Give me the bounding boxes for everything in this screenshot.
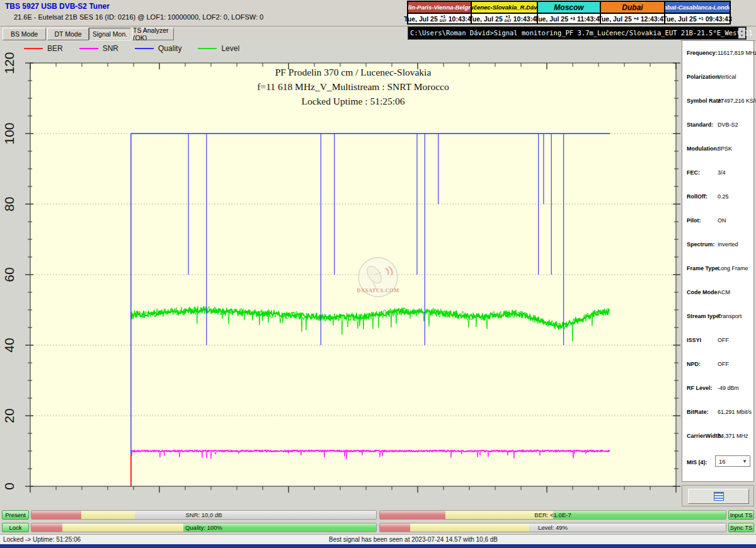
param-label: Frame Type: — [687, 265, 720, 271]
param-label: BitRate: — [687, 409, 709, 415]
meter-label: Quality: 100% — [32, 523, 376, 532]
param-label: Polarization: — [687, 74, 721, 80]
param-label: ISSYI — [687, 337, 701, 343]
clock-utc-offset: +1DST — [440, 15, 447, 23]
param-value: 8PSK — [718, 146, 732, 152]
present-button[interactable]: Present — [2, 510, 29, 520]
param-row: Modulation:8PSK — [682, 146, 753, 154]
clock-column: MoscowTue, Jul 25+311:43:43 — [537, 1, 601, 26]
input-ts-button[interactable]: Input TS — [728, 510, 754, 520]
tab-dt-mode[interactable]: DT Mode — [47, 28, 89, 40]
param-label: Code Mode: — [687, 289, 719, 295]
y-axis-label: 100 — [2, 122, 16, 144]
param-row: Stream type:Transport — [682, 313, 753, 322]
meter-quality: Quality: 100% — [31, 523, 377, 532]
world-clocks: Berlin-Paris-Vienna-BelgradeTue, Jul 25+… — [407, 1, 731, 26]
meter-label: SNR: 10,0 dB — [32, 511, 376, 519]
clock-time: Tue, Jul 25+311:43:43 — [537, 14, 601, 25]
legend-line-swatch — [24, 48, 43, 49]
command-line-bar: C:\Users\Roman Dávid>Signal monitoring_P… — [408, 26, 747, 40]
tuner-subtitle: 21.6E - Eutelsat 21B SES 16 (ID: 0216) @… — [14, 13, 263, 21]
chart-title-line: f=11 618 MHz_V_Multistream : SNRT Morocc… — [257, 81, 449, 92]
param-label: Pilot: — [687, 217, 701, 224]
param-label: NPD: — [687, 361, 701, 367]
lock-button[interactable]: Lock — [2, 523, 29, 532]
y-axis-label: 20 — [2, 408, 16, 423]
offset-value: +1 — [699, 17, 704, 21]
log-button-panel — [682, 485, 754, 506]
legend-line-swatch — [135, 48, 154, 49]
param-row: NPD:OFF — [682, 361, 753, 370]
offset-value: +4 — [634, 17, 639, 21]
legend-line-swatch — [79, 48, 98, 49]
clock-date: Tue, Jul 25 — [598, 15, 632, 23]
param-label: Stream type: — [687, 313, 721, 319]
param-row: RollOff:0.25 — [682, 193, 753, 202]
param-value: Long Frame — [718, 265, 748, 271]
clock-date: Tue, Jul 25 — [535, 15, 569, 23]
command-scroll-spinner[interactable]: ▲▼ — [738, 28, 745, 38]
dst-flag: DST — [440, 19, 447, 23]
clock-time: Tue, Jul 25+109:43:43 — [664, 14, 731, 25]
tab-ts-analyzer-ok-[interactable]: TS Analyzer (OK) — [132, 28, 174, 40]
param-row: Frame Type:Long Frame — [682, 265, 753, 274]
legend-item-ber: BER — [24, 44, 63, 53]
clock-time: Tue, Jul 25+1DST10:43:43 — [471, 14, 538, 25]
param-label: Spectrum: — [687, 241, 715, 248]
clock-column: Lučenec-Slovakia_R.DávidTue, Jul 25+1DST… — [471, 1, 538, 26]
param-value: OFF — [718, 361, 729, 367]
signal-meters: PresentLockInput TSSync TSSNR: 10,0 dBBE… — [0, 508, 756, 534]
legend-line-swatch — [198, 48, 217, 49]
param-value: OFF — [718, 337, 729, 343]
param-value: 61,291 Mbit/s — [718, 409, 752, 415]
param-value: -49 dBm — [718, 385, 739, 391]
spin-up-icon[interactable]: ▲ — [740, 29, 743, 33]
dst-flag: DST — [505, 19, 512, 23]
tab-bs-mode[interactable]: BS Mode — [3, 28, 46, 40]
status-lock-uptime: Locked -> Uptime: 51:25:06 — [3, 536, 81, 543]
param-value: 34,371 MHz — [718, 433, 748, 439]
param-value: 3/4 — [718, 169, 726, 176]
param-value: 0.25 — [718, 193, 729, 200]
clock-utc-offset: +3 — [570, 17, 575, 21]
tab-row: C:\Users\Roman Dávid>Signal monitoring_P… — [0, 26, 756, 41]
watermark-text: DXSATCS.COM — [357, 287, 399, 294]
param-value: 27497,216 KS/s — [718, 98, 756, 104]
param-label: RF Level: — [687, 385, 713, 391]
meter-label: Level: 49% — [380, 523, 726, 532]
legend-item-quality: Quality — [135, 44, 181, 53]
mis-dropdown[interactable]: 16 ▼ — [715, 455, 750, 467]
meter-label: BER: <1.0E-7 — [380, 511, 726, 519]
clock-date: Tue, Jul 25 — [469, 15, 503, 23]
parameters-panel: MIS (4): 16 ▼ Frequency:11617,819 MHzPol… — [682, 40, 754, 482]
sync-ts-button[interactable]: Sync TS — [728, 523, 754, 532]
param-value: Transport — [718, 313, 742, 319]
meter-level: Level: 49% — [379, 523, 726, 532]
param-label: RollOff: — [687, 193, 707, 200]
header: TBS 5927 USB DVB-S2 Tuner 21.6E - Eutels… — [0, 0, 756, 26]
clock-hms: 09:43:43 — [706, 15, 732, 23]
clock-column: Berlin-Paris-Vienna-BelgradeTue, Jul 25+… — [407, 1, 472, 26]
log-button[interactable] — [688, 489, 749, 504]
clock-utc-offset: +4 — [634, 17, 639, 21]
signal-chart-panel: BERSNRQualityLevel DXSATCS.COMPF Prodeli… — [0, 40, 680, 508]
param-value: DVB-S2 — [718, 122, 738, 128]
meter-snr: SNR: 10,0 dB — [31, 510, 377, 520]
legend-item-snr: SNR — [79, 44, 118, 53]
param-row: Pilot:ON — [682, 217, 753, 226]
status-best-signal: Best signal has been seen at 2023-07-24 … — [252, 536, 498, 543]
clock-utc-offset: +1 — [699, 17, 704, 21]
window-title: TBS 5927 USB DVB-S2 Tuner — [5, 2, 110, 11]
clock-column: DubaiTue, Jul 25+412:43:43 — [600, 1, 665, 26]
y-axis-label: 0 — [2, 482, 16, 490]
status-bar: Locked -> Uptime: 51:25:06 Best signal h… — [0, 534, 756, 545]
param-row: ISSYIOFF — [682, 337, 753, 346]
param-row: Symbol Rate:27497,216 KS/s — [682, 98, 753, 106]
y-axis-label: 120 — [2, 52, 16, 74]
taskbar-edge — [0, 544, 756, 548]
tab-signal-mon-[interactable]: Signal Mon. — [89, 28, 131, 40]
param-row: Code Mode:ACM — [682, 289, 753, 298]
spin-down-icon[interactable]: ▼ — [740, 33, 743, 37]
application-window: TBS 5927 USB DVB-S2 Tuner 21.6E - Eutels… — [0, 0, 756, 548]
param-row: Spectrum:Inverted — [682, 241, 753, 250]
